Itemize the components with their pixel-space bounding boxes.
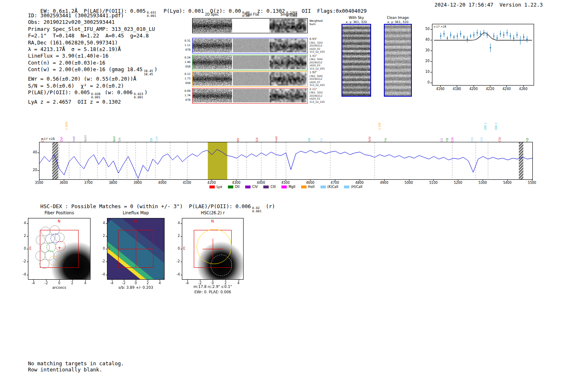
x-tick-label: 3500 [33,181,46,185]
legend-item: Lyα [209,185,222,189]
x-tick-label: 3900 [131,181,144,185]
cutout-row-box [192,38,308,53]
x-tick-label: 5300 [476,181,489,185]
north-label: N [58,219,60,223]
spectral-line-marker: OIII } [484,114,488,130]
x-tick-label: 4 [156,281,164,285]
fiber-ifu: 313_LU_035 [309,100,331,104]
x-tick-mark [112,280,112,281]
legend-swatch [228,186,233,188]
y-tick-label: -2 [19,260,26,263]
cutout-smoothed-image [269,89,307,102]
hsc-image-xlabel2: EWr: 0. PLAE: 0.006 [182,290,244,294]
y-tick-mark [37,153,39,153]
line-fit-chart-canvas [432,24,534,85]
full-spectrum-chart-canvas [39,142,532,179]
y-tick-mark [106,262,107,262]
cutout-row: 0.091.740782.11"(361, 320)20190212v020_0… [181,88,330,104]
x-tick-mark [160,280,160,281]
y-tick-mark [27,275,28,275]
fiber-ifu: 313_LU_055 [309,67,331,70]
cutout-row-meta: 2.11"(361, 320)20190212v020_01313_LU_035 [309,88,331,104]
x-tick-mark [532,180,532,181]
full-spectrum-plot [39,142,533,180]
y-tick-mark [181,262,182,262]
fiber-distance: 2.11" [309,88,331,91]
x-tick-label: 5400 [501,181,514,185]
fiber-weight: 0.09 [181,89,190,93]
x-tick-label: 5100 [427,181,440,185]
cutout-pixel-flat-image [233,56,269,69]
fiber-obsid: v020_07 [309,81,331,84]
y-tick-mark [181,275,182,275]
x-tick-label: 4260 [517,87,530,91]
plae-stack-2: 0.0230.001 [134,93,143,99]
y-tick-label: 30 [422,49,430,52]
spectral-line-marker: CII [440,128,444,142]
y-tick-mark [106,236,107,237]
north-label: N [211,219,214,223]
x-tick-label: 4300 [230,181,243,185]
fiber-weight: 0.12 [181,72,190,77]
detection-id: ID: 3002593441 (3002593441.pdf) [28,12,158,19]
x-tick-label: 5500 [525,181,539,185]
x-tick-label: 4220 [483,87,497,91]
y-tick-label: 0 [422,81,430,84]
x-tick-label: 4400 [254,181,267,185]
y-tick-mark [37,170,39,171]
elixer-report-page: EW: 0.6±1.2Å P(LAE)/P(OII): 0.0050.0310.… [0,0,576,392]
cutout-smoothed-image [269,39,307,52]
x-tick-mark [433,180,434,181]
x-tick-mark [113,180,114,181]
x-tick-label: 4 [81,281,89,285]
redshift-solutions: LyA z = 2.4657 OII z = 0.1302 [28,99,158,105]
gmag-uncertainty-stack: 18.4518.45 [144,70,153,76]
spectral-line-marker: SiIV [368,128,372,142]
y-tick-label: 40 [30,151,37,154]
cutout-pixel-flat-image [233,72,269,86]
y-tick-mark [430,61,432,62]
weighted-sum-smoothed-image [269,19,307,32]
x-tick-mark [261,180,261,181]
x-tick-label: 5000 [402,181,416,185]
x-tick-mark [148,280,148,281]
y-tick-mark [430,51,432,51]
detection-info-block: ID: 3002593441 (3002593441.pdf) Obs: 201… [28,12,158,105]
x-tick-label: 4900 [378,181,391,185]
spectral-line-marker: NeVI [84,128,88,142]
x-tick-label: 0 [55,281,63,285]
x-tick-mark [213,280,213,281]
wavelength-sigma: λ = 4213.17Å σ = 5.18(±2.19)Å [28,46,158,53]
y-tick-mark [430,40,432,40]
plae-poii-line: P(LAE)/P(OII): 0.0050.0280.001 (w: 0.006… [28,89,158,99]
y-tick-label: 0 [19,247,26,251]
spectral-line-marker: Hδ [308,128,311,142]
x-tick-mark [33,280,34,281]
spectral-line-marker: NV [237,128,240,142]
y-tick-label: 0 [173,247,180,251]
x-tick-mark [46,280,46,281]
x-tick-label: -2 [42,281,50,285]
y-tick-mark [430,83,432,83]
plae-stack-1: 0.0280.001 [91,93,101,99]
fiber-chi2: 058 [181,65,190,69]
cutout-pixel-flat-image [233,39,269,52]
spectral-line-marker: OVI [60,128,64,142]
primary-slot: Primary Spec_Slot_IFU_AMP: 313_023_010_L… [28,26,158,32]
east-label: E [183,246,186,251]
lineflux-map-title: Lineflux Map [107,211,165,215]
legend-label: (H)CaII [351,185,362,189]
cutout-row: 0.121.730581.92"(362, 504)20190212v020_0… [181,71,330,87]
line-fit-unit-label: e-17 ×2Å [434,25,446,28]
cutout-row: 0.311.110780.93"(361, 320)20190212v020_0… [181,38,330,53]
col-header-smoothed: Smoothed [276,13,301,16]
spectral-line-marker: HeII [72,128,76,142]
legend-item: CIV [245,185,258,189]
continuum-w: Cont(w) = 2.00(±0.00)e-16 (gmag 18.4518.… [28,66,158,76]
y-tick-mark [181,249,182,249]
fiber-chi2: 078 [181,48,190,52]
y-tick-label: 0 [98,247,105,251]
y-tick-label: 50 [422,27,430,31]
fiber-distance: 0.93" [309,38,331,41]
x-tick-mark [409,180,409,181]
